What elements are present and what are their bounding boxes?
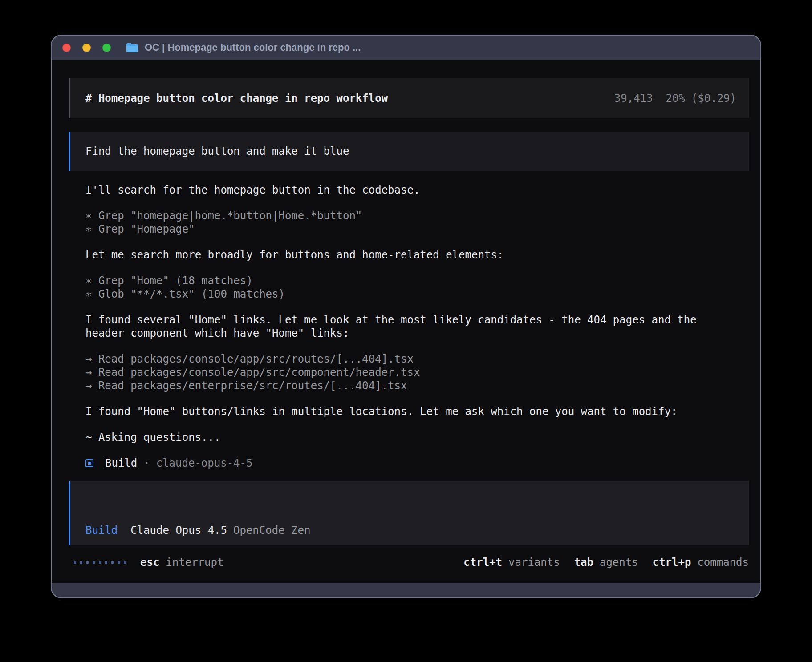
tool-call-block: ∗ Grep "homepage|home.*button|Home.*butt…	[69, 209, 749, 236]
folder-icon	[126, 43, 138, 52]
input-provider-label: OpenCode Zen	[233, 524, 310, 537]
spinner-dot	[99, 561, 101, 564]
status-hints: ctrl+t variants tab agents ctrl+p comman…	[449, 556, 749, 569]
hint-label: variants	[508, 556, 560, 569]
tool-call-line: → Read packages/console/app/src/componen…	[85, 366, 749, 379]
tool-call-block: → Read packages/console/app/src/routes/[…	[69, 352, 749, 392]
assistant-text-line: ~ Asking questions...	[85, 431, 749, 444]
assistant-text-block: Let me search more broadly for buttons a…	[69, 248, 749, 262]
zoom-button[interactable]	[102, 44, 111, 52]
agent-model: claude-opus-4-5	[156, 457, 253, 469]
message-input[interactable]: Build Claude Opus 4.5 OpenCode Zen	[69, 481, 749, 545]
session-header: # Homepage button color change in repo w…	[69, 78, 749, 118]
assistant-text-line: I found several "Home" links. Let me loo…	[85, 313, 749, 327]
input-mode-label: Build	[85, 524, 118, 537]
session-stats: 39,413 20% ($0.29)	[614, 92, 736, 105]
hint-key: ctrl+p	[653, 556, 691, 569]
spinner-dot	[118, 561, 120, 564]
assistant-text-line: Let me search more broadly for buttons a…	[85, 248, 749, 262]
tool-call-line: ∗ Grep "homepage|home.*button|Home.*butt…	[85, 209, 749, 222]
spinner-dot	[111, 561, 114, 564]
hint-agents: tab agents	[574, 556, 638, 569]
conversation: I'll search for the homepage button in t…	[69, 183, 749, 444]
input-model-label: Claude Opus 4.5	[130, 524, 227, 537]
assistant-text-block: I'll search for the homepage button in t…	[69, 183, 749, 197]
interrupt-label: interrupt	[166, 556, 223, 569]
hint-variants: ctrl+t variants	[463, 556, 560, 569]
session-title: # Homepage button color change in repo w…	[85, 92, 388, 105]
spinner-dot	[93, 561, 95, 564]
spinner-dot	[105, 561, 107, 564]
user-message: Find the homepage button and make it blu…	[69, 132, 749, 171]
agent-name: Build	[105, 457, 137, 469]
token-count: 39,413	[614, 92, 653, 105]
spinner-dot	[74, 561, 76, 564]
tool-call-line: ∗ Grep "Home" (18 matches)	[85, 274, 749, 287]
user-message-text: Find the homepage button and make it blu…	[85, 145, 349, 157]
close-button[interactable]	[62, 44, 71, 52]
assistant-text-block: I found several "Home" links. Let me loo…	[69, 313, 749, 340]
status-bar: esc interrupt ctrl+t variants tab agents…	[69, 556, 749, 569]
terminal-content: # Homepage button color change in repo w…	[52, 60, 760, 583]
tool-call-line: ∗ Glob "**/*.tsx" (100 matches)	[85, 287, 749, 301]
assistant-text-line: header component which have "Home" links…	[85, 327, 749, 340]
assistant-text-line: I found "Home" buttons/links in multiple…	[85, 405, 749, 418]
spinner-dot	[80, 561, 82, 564]
minimize-button[interactable]	[82, 44, 91, 52]
agent-square-icon	[85, 459, 93, 467]
hint-commands: ctrl+p commands	[653, 556, 749, 569]
spinner-dot	[86, 561, 89, 564]
tool-call-block: ∗ Grep "Home" (18 matches)∗ Glob "**/*.t…	[69, 274, 749, 301]
input-footer: Build Claude Opus 4.5 OpenCode Zen	[85, 524, 310, 537]
status-left: esc interrupt	[69, 556, 223, 569]
tool-call-line: → Read packages/enterprise/src/routes/[.…	[85, 379, 749, 392]
spinner-dot	[124, 561, 126, 564]
agent-separator: ·	[143, 457, 150, 469]
tool-call-line: ∗ Grep "Homepage"	[85, 222, 749, 236]
title-bar[interactable]: OC | Homepage button color change in rep…	[52, 36, 760, 60]
hint-label: commands	[697, 556, 749, 569]
assistant-text-block: I found "Home" buttons/links in multiple…	[69, 405, 749, 418]
terminal-window: OC | Homepage button color change in rep…	[51, 35, 761, 598]
window-title: OC | Homepage button color change in rep…	[145, 42, 361, 53]
hint-key: tab	[574, 556, 593, 569]
agent-badge: Build · claude-opus-4-5	[69, 456, 749, 470]
hint-key: ctrl+t	[463, 556, 502, 569]
interrupt-key: esc	[140, 556, 159, 569]
hint-label: agents	[600, 556, 638, 569]
assistant-text-line: I'll search for the homepage button in t…	[85, 183, 749, 197]
assistant-text-block: ~ Asking questions...	[69, 431, 749, 444]
session-cost: ($0.29)	[691, 92, 736, 105]
spinner-dots-icon	[74, 561, 126, 564]
context-percentage: 20%	[666, 92, 685, 105]
tool-call-line: → Read packages/console/app/src/routes/[…	[85, 352, 749, 366]
